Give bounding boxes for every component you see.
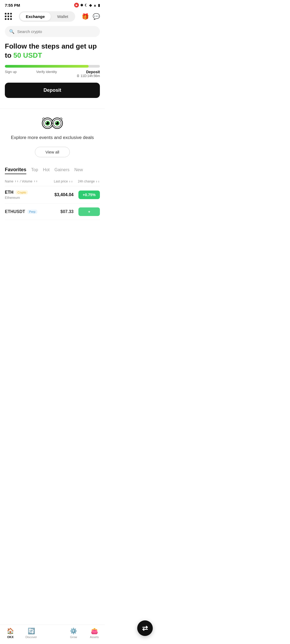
top-nav: Exchange Wallet 🎁 💬	[0, 9, 105, 24]
status-time: 7:55 PM	[5, 3, 20, 8]
hero-highlight: 50 USDT	[13, 51, 42, 59]
tab-wallet[interactable]: Wallet	[51, 12, 74, 21]
table-row[interactable]: ETHUSDT Perp $07.33 +	[5, 204, 100, 220]
signal-icon: ◆	[89, 3, 92, 7]
progress-labels: Sign up Verify identity Deposit 🗓 11D:14…	[5, 70, 100, 78]
crypto-name-row-ethusdt: ETHUSDT Perp	[5, 209, 37, 214]
crypto-info-eth: ETH Crypto Ethereum	[5, 190, 28, 200]
events-icon	[40, 116, 64, 131]
nav-tab-group: Exchange Wallet	[19, 11, 75, 22]
svg-point-4	[46, 122, 47, 123]
tab-new[interactable]: New	[74, 167, 83, 173]
col-prices: Last price ⬆⬇ 24h change ⬆⬇	[54, 180, 100, 183]
col-name: Name ⬆⬇ / Volume ⬆⬇	[5, 180, 38, 183]
svg-point-11	[43, 118, 45, 120]
gift-icon[interactable]: 🎁	[82, 13, 89, 20]
col-24h-change: 24h change ⬆⬇	[78, 180, 100, 183]
crypto-price-eth: $3,404.04	[55, 192, 74, 197]
step-signup: Sign up	[5, 70, 17, 78]
crypto-data-eth: $3,404.04 +0.75%	[55, 191, 100, 199]
tab-gainers[interactable]: Gainers	[55, 167, 70, 173]
progress-bar-wrap	[5, 65, 100, 68]
table-header: Name ⬆⬇ / Volume ⬆⬇ Last price ⬆⬇ 24h ch…	[5, 178, 100, 186]
crypto-fullname-eth: Ethereum	[5, 196, 28, 200]
crypto-price-ethusdt: $07.33	[60, 209, 74, 214]
tab-hot[interactable]: Hot	[43, 167, 50, 173]
svg-point-12	[60, 118, 62, 120]
crypto-change-eth: +0.75%	[78, 191, 100, 199]
events-section: Explore more events and exclusive deals …	[0, 109, 105, 162]
crypto-badge-eth: Crypto	[16, 190, 28, 195]
eyes-illustration	[40, 116, 64, 130]
tab-exchange[interactable]: Exchange	[20, 12, 51, 21]
battery-icon: ▮	[98, 3, 100, 7]
sort-icon-name[interactable]: ⬆⬇	[15, 180, 19, 183]
moon-icon: ☾	[85, 3, 88, 7]
message-icon[interactable]: 💬	[93, 13, 100, 20]
step-deposit-label: Deposit	[77, 70, 100, 74]
search-input[interactable]	[17, 29, 96, 34]
sort-icon-volume[interactable]: ⬆⬇	[34, 180, 38, 183]
tab-favorites[interactable]: Favorites	[5, 167, 26, 174]
svg-point-9	[56, 122, 57, 123]
crypto-change-ethusdt: +	[78, 207, 100, 216]
hero-title: Follow the steps and get up to 50 USDT	[5, 42, 100, 60]
favorites-tabs: Favorites Top Hot Gainers New	[5, 167, 100, 174]
table-row[interactable]: ETH Crypto Ethereum $3,404.04 +0.75%	[5, 186, 100, 204]
progress-section: Sign up Verify identity Deposit 🗓 11D:14…	[5, 65, 100, 78]
step-verify: Verify identity	[36, 70, 57, 78]
progress-bar-fill	[5, 65, 89, 68]
favorites-section: Favorites Top Hot Gainers New Name ⬆⬇ / …	[0, 162, 105, 220]
nav-action-icons: 🎁 💬	[82, 13, 100, 20]
wifi-icon: ▲	[93, 3, 97, 7]
crypto-symbol-ethusdt: ETHUSDT	[5, 209, 25, 214]
status-icons: ▶ ✱ ☾ ◆ ▲ ▮	[74, 3, 100, 8]
events-text: Explore more events and exclusive deals	[11, 134, 94, 141]
deposit-col: Deposit 🗓 11D:14h:56m	[77, 70, 100, 78]
crypto-symbol-eth: ETH	[5, 190, 13, 195]
deposit-timer: 🗓 11D:14h:56m	[77, 74, 100, 78]
status-bar: 7:55 PM ▶ ✱ ☾ ◆ ▲ ▮	[0, 0, 105, 9]
crypto-badge-ethusdt: Perp	[27, 210, 37, 214]
hero-section: Follow the steps and get up to 50 USDT S…	[0, 42, 105, 103]
bluetooth-icon: ✱	[80, 3, 83, 7]
tab-top[interactable]: Top	[31, 167, 38, 173]
grid-menu-icon[interactable]	[5, 13, 12, 20]
search-icon: 🔍	[9, 29, 15, 34]
record-icon: ▶	[74, 3, 79, 8]
sort-icon-price[interactable]: ⬆⬇	[69, 180, 73, 183]
sort-icon-change[interactable]: ⬆⬇	[96, 180, 100, 183]
search-bar[interactable]: 🔍	[5, 26, 100, 37]
crypto-info-ethusdt: ETHUSDT Perp	[5, 209, 37, 214]
crypto-name-row-eth: ETH Crypto	[5, 190, 28, 195]
col-last-price: Last price ⬆⬇	[54, 180, 73, 183]
crypto-data-ethusdt: $07.33 +	[60, 207, 100, 216]
deposit-button[interactable]: Deposit	[5, 83, 100, 98]
view-all-button[interactable]: View all	[35, 147, 70, 157]
